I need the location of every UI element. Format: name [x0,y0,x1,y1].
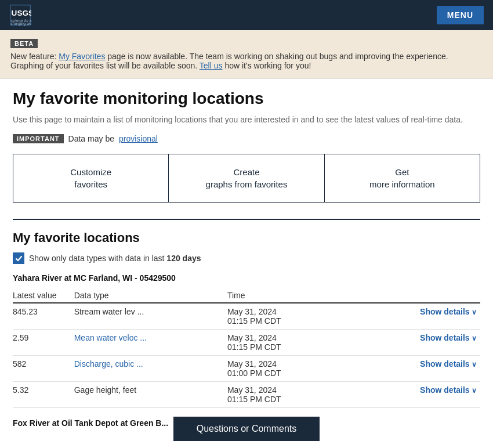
locations-section-title: My favorite locations [13,230,480,245]
cell-latest-value: 845.23 [13,303,74,330]
action-buttons-container: Customizefavorites Creategraphs from fav… [13,154,480,203]
beta-text-end: how it's working for you! [223,61,311,70]
show-details-button[interactable]: Show details [420,307,477,316]
filter-checkbox-row: Show only data types with data in last 1… [13,252,480,264]
show-details-button[interactable]: Show details [420,359,477,368]
location-section: Yahara River at MC Farland, WI - 0542950… [13,273,480,408]
my-favorites-link[interactable]: My Favorites [59,52,105,61]
cell-data-type[interactable]: Discharge, cubic ... [74,356,227,382]
cell-action: Show details [365,356,480,382]
filter-checkbox[interactable] [13,252,24,264]
cell-data-type: Stream water lev ... [74,303,227,330]
logo-container: USGS science for a changing world [9,4,36,26]
show-details-button[interactable]: Show details [420,333,477,342]
cell-time: May 31, 202401:15 PM CDT [227,330,365,356]
location-name: Yahara River at MC Farland, WI - 0542950… [13,273,480,285]
important-badge: IMPORTANT [13,134,64,143]
important-row: IMPORTANT Data may be provisional [13,134,480,143]
usgs-logo-icon: USGS science for a changing world [9,4,31,26]
cell-action: Show details [365,330,480,356]
cell-action: Show details [365,303,480,330]
cell-latest-value: 2.59 [13,330,74,356]
section-divider [13,219,480,220]
cell-time: May 31, 202401:15 PM CDT [227,382,365,408]
page-title: My favorite monitoring locations [13,89,480,108]
provisional-link[interactable]: provisional [119,134,158,143]
svg-text:USGS: USGS [12,9,31,17]
create-graphs-button[interactable]: Creategraphs from favorites [169,154,324,202]
questions-comments-button[interactable]: Questions or Comments [173,417,320,441]
cell-time: May 31, 202401:00 PM CDT [227,356,365,382]
table-row: 582Discharge, cubic ...May 31, 202401:00… [13,356,480,382]
col-action [365,288,480,303]
cell-time: May 31, 202401:15 PM CDT [227,303,365,330]
tell-us-link[interactable]: Tell us [200,61,223,70]
table-row: 5.32Gage height, feetMay 31, 202401:15 P… [13,382,480,408]
important-text: Data may be [68,134,114,143]
get-more-info-button[interactable]: Getmore information [325,154,480,202]
filter-checkbox-label: Show only data types with data in last 1… [29,254,201,263]
cell-latest-value: 5.32 [13,382,74,408]
table-header-row: Latest value Data type Time [13,288,480,303]
table-row: 845.23Stream water lev ...May 31, 202401… [13,303,480,330]
menu-button[interactable]: MENU [437,6,484,24]
col-data-type: Data type [74,288,227,303]
check-icon [15,255,23,262]
table-row: 2.59Mean water veloc ...May 31, 202401:1… [13,330,480,356]
main-content: My favorite monitoring locations Use thi… [0,79,493,448]
data-table: Latest value Data type Time 845.23Stream… [13,288,480,408]
beta-badge: BETA [10,39,38,48]
beta-text-before: New feature: [10,52,59,61]
beta-banner: BETA New feature: My Favorites page is n… [0,30,493,79]
cell-data-type: Gage height, feet [74,382,227,408]
cell-action: Show details [365,382,480,408]
site-header: USGS science for a changing world MENU [0,0,493,30]
customize-favorites-button[interactable]: Customizefavorites [13,154,169,202]
svg-text:changing world: changing world [11,21,31,26]
col-latest-value: Latest value [13,288,74,303]
cell-data-type[interactable]: Mean water veloc ... [74,330,227,356]
show-details-button[interactable]: Show details [420,385,477,395]
page-description: Use this page to maintain a list of moni… [13,114,480,126]
cell-latest-value: 582 [13,356,74,382]
col-time: Time [227,288,365,303]
